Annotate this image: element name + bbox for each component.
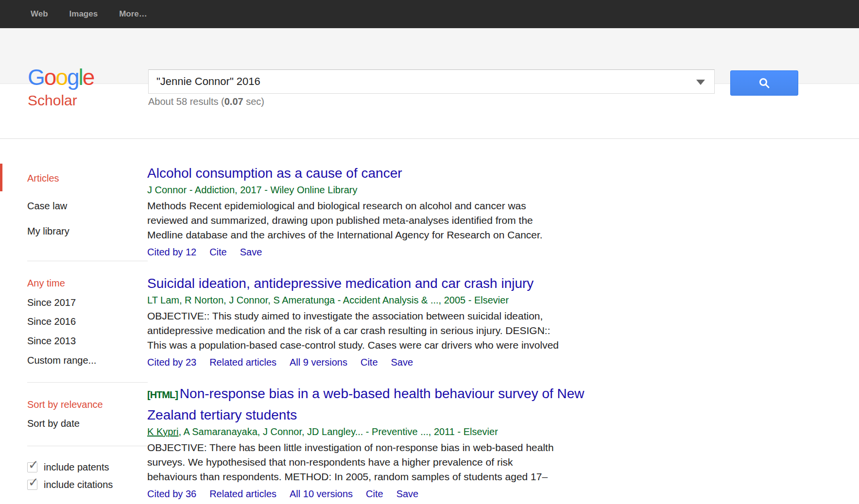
include-patents-label: include patents — [44, 461, 109, 473]
sidebar-divider — [27, 446, 148, 446]
result-title-link[interactable]: Alcohol consumption as a cause of cancer — [147, 163, 687, 184]
sort-by-date[interactable]: Sort by date — [27, 418, 80, 429]
result-actions: Cited by 12CiteSave — [147, 246, 687, 258]
result-title-link[interactable]: Suicidal ideation, antidepressive medica… — [147, 273, 687, 294]
result-authors: LT Lam, R Norton, J Connor, S Ameratunga… — [147, 294, 687, 306]
filter-custom-range[interactable]: Custom range... — [27, 354, 96, 366]
search-result: Alcohol consumption as a cause of cancer… — [147, 163, 687, 258]
search-button[interactable] — [730, 70, 798, 96]
result-authors: J Connor - Addiction, 2017 - Wiley Onlin… — [147, 184, 687, 196]
result-authors: K Kypri, A Samaranayaka, J Connor, JD La… — [147, 426, 687, 437]
result-actions: Cited by 23Related articlesAll 9 version… — [147, 356, 687, 368]
top-navigation-bar: Web Images More… — [0, 0, 859, 28]
result-link[interactable]: All 9 versions — [290, 356, 347, 368]
sidebar-item-case-law[interactable]: Case law — [27, 200, 67, 212]
filter-since-2017[interactable]: Since 2017 — [27, 297, 76, 308]
result-link[interactable]: Cited by 36 — [147, 488, 196, 500]
header-divider — [0, 138, 859, 139]
sidebar-divider — [27, 261, 148, 261]
checkbox-checked-icon[interactable]: ✓ — [27, 480, 37, 490]
checkbox-checked-icon[interactable]: ✓ — [27, 462, 37, 472]
search-icon — [758, 77, 771, 89]
include-citations-label: include citations — [44, 479, 113, 490]
sort-by-relevance[interactable]: Sort by relevance — [27, 399, 103, 410]
search-results: Alcohol consumption as a cause of cancer… — [147, 163, 687, 504]
result-title-link[interactable]: [HTML]Non-response bias in a web-based h… — [147, 384, 687, 425]
result-link[interactable]: Save — [391, 356, 413, 368]
results-stats: About 58 results (0.07 sec) — [148, 96, 264, 107]
result-link[interactable]: Save — [240, 246, 262, 258]
filter-since-2016[interactable]: Since 2016 — [27, 316, 76, 327]
result-link[interactable]: Cite — [209, 246, 227, 258]
result-link[interactable]: All 10 versions — [290, 488, 353, 500]
result-link[interactable]: Related articles — [209, 356, 276, 368]
result-link[interactable]: Cited by 12 — [147, 246, 196, 258]
include-citations-option[interactable]: ✓ include citations — [27, 479, 113, 490]
nav-images[interactable]: Images — [69, 9, 98, 19]
google-logo[interactable]: Google — [28, 66, 94, 88]
result-link[interactable]: Cite — [366, 488, 383, 500]
sidebar-item-my-library[interactable]: My library — [27, 225, 69, 237]
nav-more[interactable]: More… — [119, 9, 147, 19]
result-snippet: Methods Recent epidemiological and biolo… — [147, 199, 687, 242]
sidebar-item-articles[interactable]: Articles — [27, 172, 59, 184]
search-result: Suicidal ideation, antidepressive medica… — [147, 273, 687, 368]
result-link[interactable]: Save — [396, 488, 419, 500]
search-header: Google — [0, 28, 859, 84]
scholar-home-link[interactable]: Scholar — [28, 92, 77, 109]
sidebar-divider — [27, 382, 148, 383]
filter-any-time[interactable]: Any time — [27, 277, 65, 289]
active-nav-indicator — [0, 164, 2, 191]
result-link[interactable]: Related articles — [209, 488, 276, 500]
result-actions: Cited by 36Related articlesAll 10 versio… — [147, 488, 687, 500]
filter-since-2013[interactable]: Since 2013 — [27, 335, 76, 347]
author-profile-link[interactable]: K Kypri — [147, 426, 178, 437]
advanced-search-dropdown-icon[interactable] — [696, 80, 705, 85]
search-box-container — [148, 69, 715, 94]
result-snippet: OBJECTIVE: There has been little investi… — [147, 440, 687, 484]
nav-web[interactable]: Web — [31, 9, 48, 19]
result-link[interactable]: Cite — [361, 356, 378, 368]
include-patents-option[interactable]: ✓ include patents — [27, 461, 109, 473]
result-snippet: OBJECTIVE:: This study aimed to investig… — [147, 309, 687, 353]
search-input[interactable] — [148, 69, 715, 94]
html-format-badge: [HTML] — [147, 389, 178, 400]
result-link[interactable]: Cited by 23 — [147, 356, 196, 368]
search-result: [HTML]Non-response bias in a web-based h… — [147, 384, 687, 500]
